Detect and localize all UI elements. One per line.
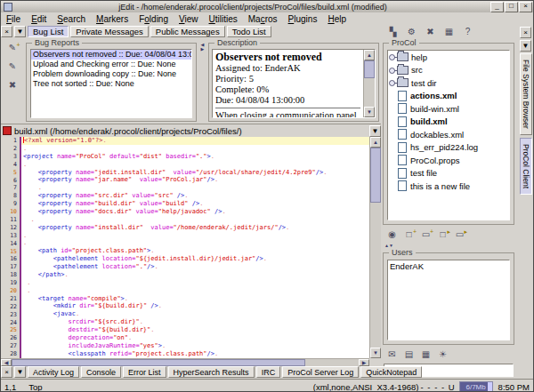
code-line[interactable]: . bbox=[21, 161, 369, 169]
code-line[interactable]: . bbox=[21, 184, 369, 192]
menu-markers[interactable]: Markers bbox=[91, 14, 134, 24]
code-line[interactable]: </path>. bbox=[21, 271, 369, 279]
description-scrollbar[interactable]: ▲ ▼ bbox=[363, 50, 375, 117]
tree-item-src[interactable]: src bbox=[388, 64, 509, 77]
code-line[interactable]: <path id="project.class.path">. bbox=[21, 247, 369, 255]
code-line[interactable]: . bbox=[21, 145, 369, 153]
code-line[interactable]: <?xml version="1.0"?>. bbox=[21, 137, 369, 145]
tree-item-build-xml[interactable]: build.xml bbox=[388, 116, 509, 129]
code-line[interactable]: . bbox=[21, 287, 369, 295]
bug-list[interactable]: Observers not removed :: Due: 04/08/04 1… bbox=[30, 49, 192, 118]
dock-menu-button[interactable]: ▼ bbox=[14, 366, 26, 378]
expand-handle-icon[interactable] bbox=[388, 78, 397, 87]
code-line[interactable]: . bbox=[21, 279, 369, 287]
code-line[interactable]: <javac. bbox=[21, 310, 369, 318]
dock-close-button[interactable]: × bbox=[520, 27, 531, 38]
user-settings-icon[interactable]: ☀ bbox=[436, 348, 449, 361]
tab-todo-list[interactable]: Todo List bbox=[227, 26, 271, 37]
file-info-icon[interactable]: ◉ bbox=[385, 228, 399, 241]
tree-item-test-dir[interactable]: test dir bbox=[388, 76, 509, 90]
tab-error-list[interactable]: Error List bbox=[123, 366, 166, 378]
bug-list-item[interactable]: Upload and Checking error :: Due: None bbox=[31, 60, 191, 69]
buffer-switcher-button[interactable]: ▼ bbox=[369, 125, 381, 137]
close-button[interactable]: × bbox=[519, 2, 532, 12]
tab-hypersearch-results[interactable]: HyperSearch Results bbox=[168, 366, 255, 378]
tab-irc[interactable]: IRC bbox=[256, 366, 281, 378]
code-line[interactable]: <property name="docs.dir" value="help/ja… bbox=[21, 208, 369, 216]
expand-handle-icon[interactable] bbox=[388, 52, 397, 61]
dock-close-button[interactable]: × bbox=[1, 26, 12, 37]
file-tree[interactable]: helpsrctest diractions.xmlbuild-win.xmlb… bbox=[387, 50, 510, 220]
splitter-collapse-right-icon[interactable]: ▶ bbox=[201, 47, 205, 52]
maximize-button[interactable]: □ bbox=[505, 2, 518, 12]
code-line[interactable]: <property name="build.dir" value="build"… bbox=[21, 200, 369, 208]
bug-list-item[interactable]: Tree not sorted :: Due: None bbox=[31, 79, 191, 89]
code-line[interactable]: srcdir="${src.dir}". bbox=[21, 318, 369, 326]
memory-gauge[interactable]: 6/7Mb bbox=[459, 381, 493, 392]
plugin-icon[interactable]: ▦ bbox=[442, 26, 456, 38]
delete-bug-button[interactable]: ✖ bbox=[6, 79, 20, 92]
menu-file[interactable]: File bbox=[1, 14, 26, 24]
code-line[interactable]: <mkdir dir="${build.dir}" />. bbox=[21, 302, 369, 310]
tab-console[interactable]: Console bbox=[81, 366, 121, 378]
dock-menu-button[interactable]: ▼ bbox=[14, 26, 26, 37]
users-list[interactable]: EnderAK bbox=[387, 260, 510, 340]
editor-vertical-scrollbar[interactable]: ▲ ▼ bbox=[369, 137, 381, 358]
scrollbar-thumb[interactable] bbox=[364, 60, 375, 78]
code-line[interactable]: . bbox=[21, 232, 369, 240]
tree-item-test-file[interactable]: test file bbox=[388, 167, 509, 180]
menu-help[interactable]: Help bbox=[322, 14, 352, 24]
code-line[interactable]: <property name="jar.name" value="ProCol.… bbox=[21, 176, 369, 184]
new-folder-icon[interactable]: ▭+ bbox=[419, 228, 433, 241]
scrollbar-thumb[interactable] bbox=[370, 148, 381, 203]
dock-menu-button[interactable]: ▼ bbox=[520, 40, 531, 52]
upload-folder-icon[interactable]: ▭▸ bbox=[453, 228, 466, 241]
tab-activity-log[interactable]: Activity Log bbox=[28, 366, 79, 378]
dock-close-button[interactable]: × bbox=[1, 366, 12, 378]
code-line[interactable]: <property name="jedit.install.dir" value… bbox=[21, 169, 369, 177]
user-notes-icon[interactable]: ▦ bbox=[419, 348, 433, 361]
tree-item-dockables-xml[interactable]: dockables.xml bbox=[388, 128, 509, 141]
code-line[interactable]: includeJavaRuntime="yes">. bbox=[21, 342, 369, 350]
panel-splitter[interactable]: ◀ ▶ bbox=[198, 39, 206, 124]
tab-public-messages[interactable]: Public Messages bbox=[150, 26, 225, 37]
plugin-help-icon[interactable]: ? bbox=[461, 26, 474, 38]
scroll-up-icon[interactable]: ▲ bbox=[364, 50, 375, 60]
code-line[interactable]: <pathelement location="${jedit.install.d… bbox=[21, 255, 369, 263]
expand-handle-icon[interactable] bbox=[388, 66, 397, 75]
code-line[interactable]: <property name="install.dir" value="/hom… bbox=[21, 224, 369, 232]
code-line[interactable]: <target name="compile">. bbox=[21, 295, 369, 303]
tab-procol-client[interactable]: ProCol Client bbox=[520, 138, 532, 195]
tree-item-this-is-a-new-file[interactable]: this is a new file bbox=[388, 180, 509, 193]
menu-folding[interactable]: Folding bbox=[134, 14, 174, 24]
menu-plugins[interactable]: Plugins bbox=[283, 14, 323, 24]
tree-item-actions-xml[interactable]: actions.xml bbox=[388, 90, 509, 103]
tree-item-hs-err-pid224-log[interactable]: hs_err_pid224.log bbox=[388, 141, 509, 155]
scroll-down-icon[interactable]: ▼ bbox=[364, 107, 375, 117]
menu-view[interactable]: View bbox=[174, 14, 204, 24]
tab-procol-server-log[interactable]: ProCol Server Log bbox=[282, 366, 359, 378]
user-list-item[interactable]: EnderAK bbox=[388, 260, 509, 272]
tab-quicknotepad[interactable]: QuickNotepad bbox=[360, 366, 422, 378]
squash-bug-icon[interactable]: ✖ bbox=[424, 26, 437, 38]
chat-message-icon[interactable]: ✉ bbox=[385, 348, 399, 361]
scroll-down-icon[interactable]: ▼ bbox=[370, 348, 381, 358]
scroll-up-icon[interactable]: ▲ bbox=[370, 137, 381, 148]
new-file-icon[interactable]: □+ bbox=[402, 228, 416, 241]
code-line[interactable]: <classpath refid="project.class.path"/>. bbox=[21, 350, 369, 358]
code-line[interactable]: <project name="ProCol" default="dist" ba… bbox=[21, 153, 369, 161]
code-text-area[interactable]: <?xml version="1.0"?>..<project name="Pr… bbox=[21, 137, 369, 358]
code-line[interactable]: . bbox=[21, 239, 369, 247]
tab-file-system-browser[interactable]: File System Browser bbox=[520, 53, 532, 135]
edit-bug-button[interactable]: ✎ bbox=[6, 60, 20, 73]
minimize-button[interactable]: _ bbox=[490, 2, 504, 12]
code-line[interactable]: destdir="${build.dir}". bbox=[21, 326, 369, 334]
tree-item-build-win-xml[interactable]: build-win.xml bbox=[388, 102, 509, 116]
tab-private-messages[interactable]: Private Messages bbox=[70, 26, 149, 37]
menu-search[interactable]: Search bbox=[52, 14, 91, 24]
tab-bug-list[interactable]: Bug List bbox=[28, 26, 69, 37]
settings-gear-icon[interactable]: ⚙ bbox=[405, 26, 418, 38]
menu-macros[interactable]: Macros bbox=[243, 14, 283, 24]
code-line[interactable]: . bbox=[21, 216, 369, 224]
bug-list-item[interactable]: Observers not removed :: Due: 04/08/04 1… bbox=[31, 50, 191, 60]
